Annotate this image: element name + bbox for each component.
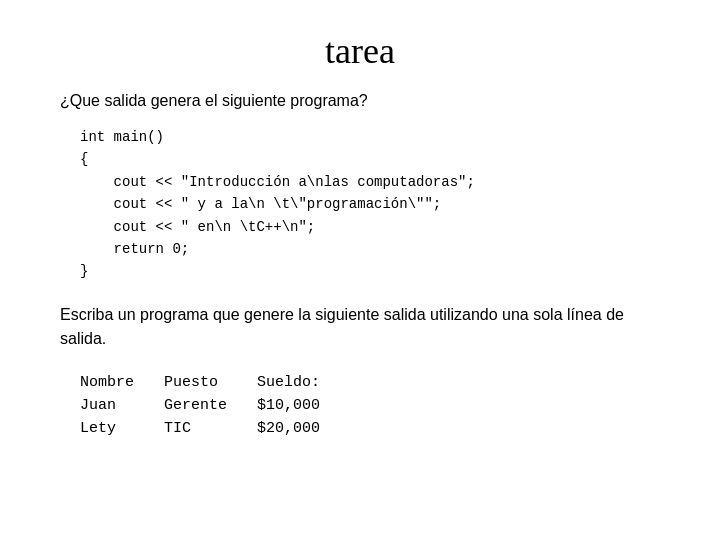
header-puesto: Puesto (164, 371, 257, 394)
table-row: Lety TIC $20,000 (80, 417, 350, 440)
output-table: Nombre Puesto Sueldo: Juan Gerente $10,0… (80, 371, 350, 440)
page-title: tarea (60, 30, 660, 72)
question-text: ¿Que salida genera el siguiente programa… (60, 92, 660, 110)
cell-sueldo-1: $10,000 (257, 394, 350, 417)
header-sueldo: Sueldo: (257, 371, 350, 394)
table-row: Juan Gerente $10,000 (80, 394, 350, 417)
description-text: Escriba un programa que genere la siguie… (60, 303, 660, 351)
header-nombre: Nombre (80, 371, 164, 394)
cell-sueldo-2: $20,000 (257, 417, 350, 440)
cell-nombre-1: Juan (80, 394, 164, 417)
code-block: int main() { cout << "Introducción a\nla… (80, 126, 660, 283)
cell-puesto-2: TIC (164, 417, 257, 440)
cell-nombre-2: Lety (80, 417, 164, 440)
cell-puesto-1: Gerente (164, 394, 257, 417)
table-header-row: Nombre Puesto Sueldo: (80, 371, 350, 394)
